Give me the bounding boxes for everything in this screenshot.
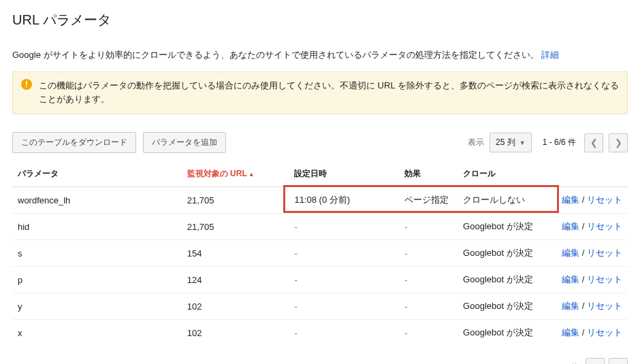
cell-param: s <box>12 240 182 267</box>
pager-bottom-text: 1 - 6/6 件 <box>545 362 579 364</box>
cell-actions: 編集 / リセット <box>556 214 628 240</box>
col-header-effect[interactable]: 効果 <box>399 163 458 187</box>
cell-urls: 21,705 <box>182 187 289 214</box>
edit-link[interactable]: 編集 <box>562 301 579 311</box>
table-row: s154--Googlebot が決定編集 / リセット <box>12 240 628 267</box>
sort-asc-icon: ▲ <box>249 171 255 178</box>
cell-actions: 編集 / リセット <box>556 320 628 346</box>
cell-urls: 154 <box>182 240 289 267</box>
toolbar-right: 表示 25 列 ▼ 1 - 6/6 件 ❮ ❯ <box>468 133 628 152</box>
cell-actions: 編集 / リセット <box>556 267 628 293</box>
reset-link[interactable]: リセット <box>587 274 622 284</box>
cell-crawl: Googlebot が決定 <box>458 240 556 267</box>
cell-effect: - <box>399 320 458 346</box>
col-header-urls-label: 監視対象の URL <box>187 169 247 178</box>
pager-bottom-prev-button[interactable]: ❮ <box>586 358 605 364</box>
warning-banner: ! この機能はパラメータの動作を把握している場合にのみ使用してください。不適切に… <box>12 71 628 115</box>
cell-param: y <box>12 293 182 320</box>
cell-crawl: クロールしない <box>458 187 556 214</box>
edit-link[interactable]: 編集 <box>562 248 579 258</box>
cell-crawl: Googlebot が決定 <box>458 320 556 346</box>
edit-link[interactable]: 編集 <box>562 221 579 231</box>
reset-link[interactable]: リセット <box>587 301 622 311</box>
reset-link[interactable]: リセット <box>587 327 622 337</box>
page-title: URL パラメータ <box>12 11 628 29</box>
rows-per-page-select[interactable]: 25 列 ▼ <box>490 133 532 152</box>
edit-link[interactable]: 編集 <box>562 327 579 337</box>
col-header-urls[interactable]: 監視対象の URL▲ <box>182 163 289 187</box>
description-text: Google がサイトをより効率的にクロールできるよう、あなたのサイトで使用され… <box>12 50 539 60</box>
table-row: hid21,705--Googlebot が決定編集 / リセット <box>12 214 628 240</box>
cell-set-at: 11:08 (0 分前) <box>289 187 399 214</box>
pager-bottom-next-button[interactable]: ❯ <box>609 358 628 364</box>
cell-set-at: - <box>289 240 399 267</box>
warning-icon: ! <box>21 79 32 90</box>
reset-link[interactable]: リセット <box>587 221 622 231</box>
cell-param: hid <box>12 214 182 240</box>
col-header-set-at[interactable]: 設定日時 <box>289 163 399 187</box>
cell-set-at: - <box>289 320 399 346</box>
edit-link[interactable]: 編集 <box>562 195 579 205</box>
pager-top-text: 1 - 6/6 件 <box>543 137 576 148</box>
cell-urls: 102 <box>182 293 289 320</box>
toolbar: このテーブルをダウンロード パラメータを追加 表示 25 列 ▼ 1 - 6/6… <box>12 132 628 153</box>
cell-effect: - <box>399 214 458 240</box>
description-details-link[interactable]: 詳細 <box>541 50 559 60</box>
cell-set-at: - <box>289 214 399 240</box>
cell-effect: - <box>399 267 458 293</box>
cell-effect: - <box>399 293 458 320</box>
page-description: Google がサイトをより効率的にクロールできるよう、あなたのサイトで使用され… <box>12 48 628 62</box>
cell-crawl: Googlebot が決定 <box>458 214 556 240</box>
warning-text: この機能はパラメータの動作を把握している場合にのみ使用してください。不適切に U… <box>39 80 619 105</box>
show-label: 表示 <box>468 137 484 148</box>
edit-link[interactable]: 編集 <box>562 274 579 284</box>
cell-actions: 編集 / リセット <box>556 293 628 320</box>
pager-bottom: 1 - 6/6 件 ❮ ❯ <box>12 358 628 364</box>
chevron-down-icon: ▼ <box>519 139 526 146</box>
cell-actions: 編集 / リセット <box>556 187 628 214</box>
add-parameter-button[interactable]: パラメータを追加 <box>143 132 226 153</box>
cell-urls: 21,705 <box>182 214 289 240</box>
cell-effect: - <box>399 240 458 267</box>
reset-link[interactable]: リセット <box>587 195 622 205</box>
cell-urls: 102 <box>182 320 289 346</box>
col-header-crawl[interactable]: クロール <box>458 163 556 187</box>
cell-actions: 編集 / リセット <box>556 240 628 267</box>
table-wrapper: パラメータ 監視対象の URL▲ 設定日時 効果 クロール wordfence_… <box>12 163 628 346</box>
cell-urls: 124 <box>182 267 289 293</box>
reset-link[interactable]: リセット <box>587 248 622 258</box>
cell-crawl: Googlebot が決定 <box>458 267 556 293</box>
cell-set-at: - <box>289 293 399 320</box>
cell-param: wordfence_lh <box>12 187 182 214</box>
table-row: wordfence_lh21,70511:08 (0 分前)ページ指定クロールし… <box>12 187 628 214</box>
table-row: y102--Googlebot が決定編集 / リセット <box>12 293 628 320</box>
pager-next-button[interactable]: ❯ <box>609 133 628 152</box>
rows-per-page-value: 25 列 <box>496 137 515 148</box>
cell-set-at: - <box>289 267 399 293</box>
parameters-table: パラメータ 監視対象の URL▲ 設定日時 効果 クロール wordfence_… <box>12 163 628 346</box>
table-row: p124--Googlebot が決定編集 / リセット <box>12 267 628 293</box>
col-header-param[interactable]: パラメータ <box>12 163 182 187</box>
cell-effect: ページ指定 <box>399 187 458 214</box>
cell-param: p <box>12 267 182 293</box>
pager-prev-button[interactable]: ❮ <box>584 133 603 152</box>
table-row: x102--Googlebot が決定編集 / リセット <box>12 320 628 346</box>
cell-crawl: Googlebot が決定 <box>458 293 556 320</box>
cell-param: x <box>12 320 182 346</box>
download-table-button[interactable]: このテーブルをダウンロード <box>12 132 136 153</box>
col-header-actions <box>556 163 628 187</box>
